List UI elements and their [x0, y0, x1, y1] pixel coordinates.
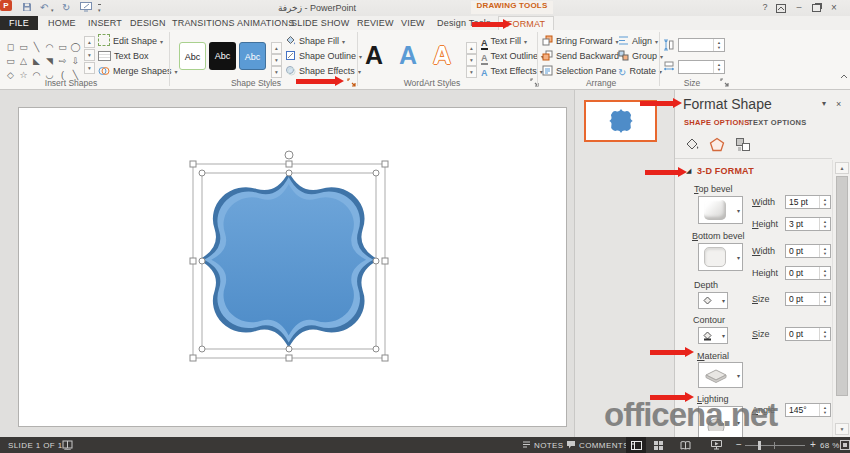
gallery-scroll-up-icon[interactable]: ▴: [84, 36, 95, 48]
selected-shape-with-handles[interactable]: [188, 148, 392, 364]
contour-size-field[interactable]: 0 pt▲▼: [785, 327, 831, 341]
selection-pane-button[interactable]: Selection Pane: [542, 64, 617, 78]
shape-style-thumbnail[interactable]: Abc: [179, 42, 206, 70]
slide-show-view-button[interactable]: [707, 437, 725, 453]
tab-transitions[interactable]: TRANSITIONS: [172, 16, 235, 30]
spinner-arrows-icon[interactable]: ▲▼: [819, 404, 830, 416]
powerpoint-app-icon[interactable]: P: [0, 0, 12, 11]
wordart-style-thumbnail[interactable]: A: [433, 40, 451, 70]
rotate-button[interactable]: ↻Rotate▾: [618, 64, 662, 78]
tab-view[interactable]: VIEW: [401, 16, 425, 30]
top-bevel-width-field[interactable]: 15 pt▲▼: [785, 195, 831, 209]
zoom-in-icon[interactable]: +: [810, 439, 816, 450]
lighting-angle-field[interactable]: 145°▲▼: [785, 403, 831, 417]
text-effects-button[interactable]: AText Effects▾: [481, 64, 543, 78]
bottom-bevel-width-field[interactable]: 0 pt▲▼: [785, 244, 831, 258]
qat-customize-icon[interactable]: ▾: [98, 4, 101, 16]
tab-design[interactable]: DESIGN: [130, 16, 166, 30]
slide-sorter-view-button[interactable]: [649, 437, 668, 453]
tab-review[interactable]: REVIEW: [357, 16, 394, 30]
top-bevel-button[interactable]: ▾: [698, 196, 743, 224]
undo-dropdown-icon[interactable]: ▾: [51, 5, 54, 16]
gallery-scroll-down-icon[interactable]: ▾: [466, 54, 477, 66]
tab-home[interactable]: HOME: [48, 16, 76, 30]
minimize-icon[interactable]: –: [792, 2, 806, 12]
redo-icon[interactable]: ↻: [62, 2, 70, 13]
shape-mini-icon[interactable]: ◇: [4, 70, 17, 80]
scroll-down-icon[interactable]: ▼: [835, 423, 849, 435]
reading-view-button[interactable]: [676, 437, 694, 453]
shape-outline-button[interactable]: Shape Outline▾: [285, 49, 362, 63]
restore-icon[interactable]: [809, 2, 823, 12]
pane-close-icon[interactable]: ×: [836, 99, 841, 109]
spinner-arrows-icon[interactable]: ▲▼: [819, 218, 830, 230]
normal-view-button[interactable]: [626, 437, 646, 453]
bottom-bevel-button[interactable]: ▾: [698, 243, 743, 271]
size-properties-icon[interactable]: [735, 137, 751, 152]
merge-shapes-button[interactable]: Merge Shapes▾: [98, 64, 178, 78]
bottom-bevel-height-field[interactable]: 0 pt▲▼: [785, 266, 831, 280]
tab-animations[interactable]: ANIMATIONS: [237, 16, 294, 30]
save-icon[interactable]: [22, 2, 32, 12]
close-icon[interactable]: ×: [827, 2, 841, 13]
depth-color-button[interactable]: ▾: [698, 292, 728, 309]
tab-text-options[interactable]: TEXT OPTIONS: [748, 118, 807, 127]
shape-style-thumbnail[interactable]: Abc: [209, 42, 236, 70]
zoom-out-icon[interactable]: −: [736, 439, 742, 450]
gallery-scroll-down-icon[interactable]: ▾: [84, 49, 95, 61]
spinner-arrows-icon[interactable]: ▲▼: [819, 196, 830, 208]
pane-scrollbar[interactable]: ▲ ▼: [832, 160, 850, 437]
spinner-arrows-icon[interactable]: ▲▼: [819, 267, 830, 279]
size-dialog-launcher[interactable]: [720, 78, 729, 87]
shape-width-field[interactable]: ▲▼: [678, 60, 725, 74]
gallery-scroll-down-icon[interactable]: ▾: [271, 54, 282, 66]
ornate-badge-shape[interactable]: [199, 172, 379, 348]
fit-slide-to-window-icon[interactable]: [840, 440, 850, 450]
scrollbar-thumb[interactable]: [836, 176, 848, 396]
undo-icon[interactable]: ↶: [40, 2, 48, 13]
gallery-scroll-up-icon[interactable]: ▴: [271, 42, 282, 54]
start-from-beginning-icon[interactable]: [80, 2, 92, 12]
tab-insert[interactable]: INSERT: [88, 16, 122, 30]
spinner-arrows-icon[interactable]: ▲▼: [819, 328, 830, 340]
send-backward-button[interactable]: Send Backward▾: [542, 49, 625, 63]
gallery-scroll-up-icon[interactable]: ▴: [466, 42, 477, 54]
shape-style-thumbnail-selected[interactable]: Abc: [239, 42, 266, 70]
help-icon[interactable]: ?: [758, 2, 772, 12]
edit-shape-button[interactable]: Edit Shape▾: [98, 34, 163, 48]
contour-color-button[interactable]: ▾: [698, 327, 728, 344]
group-button[interactable]: Group▾: [618, 49, 663, 63]
collapse-ribbon-icon[interactable]: [840, 74, 848, 79]
depth-size-field[interactable]: 0 pt▲▼: [785, 292, 831, 306]
shape-height-field[interactable]: ▲▼: [678, 38, 725, 52]
effects-icon-selected[interactable]: [709, 137, 725, 152]
spinner-arrows-icon[interactable]: ▲▼: [819, 245, 830, 257]
ribbon-display-options-icon[interactable]: [774, 2, 788, 13]
text-fill-button[interactable]: AText Fill▾: [481, 34, 527, 48]
shape-styles-dialog-launcher[interactable]: [347, 78, 356, 87]
spinner-arrows-icon[interactable]: ▲▼: [819, 293, 830, 305]
slide-indicator[interactable]: SLIDE 1 OF 1: [8, 441, 63, 450]
gallery-more-icon[interactable]: ▾: [466, 66, 477, 78]
shape-fill-button[interactable]: Shape Fill▾: [285, 34, 345, 48]
zoom-level[interactable]: 68 %: [820, 441, 840, 450]
wordart-style-thumbnail[interactable]: A: [399, 40, 417, 70]
tab-shape-options[interactable]: SHAPE OPTIONS: [684, 118, 750, 127]
bring-forward-button[interactable]: Bring Forward▾: [542, 34, 619, 48]
wordart-style-thumbnail[interactable]: A: [365, 40, 383, 70]
notes-toggle[interactable]: NOTES: [534, 441, 564, 450]
spinner-arrows-icon[interactable]: ▲▼: [713, 39, 724, 51]
spell-check-icon[interactable]: [62, 440, 73, 450]
zoom-slider-track[interactable]: [745, 445, 805, 446]
comments-toggle[interactable]: COMMENTS: [579, 441, 629, 450]
spinner-arrows-icon[interactable]: ▲▼: [713, 61, 724, 73]
gallery-more-icon[interactable]: ▾: [84, 62, 95, 74]
text-box-button[interactable]: Text Box: [98, 49, 149, 63]
tab-slide-show[interactable]: SLIDE SHOW: [291, 16, 350, 30]
zoom-slider-thumb[interactable]: [758, 441, 761, 450]
align-button[interactable]: Align▾: [618, 34, 658, 48]
gallery-more-icon[interactable]: ▾: [271, 66, 282, 78]
fill-and-line-icon[interactable]: [684, 137, 700, 152]
tab-file[interactable]: FILE: [0, 16, 38, 30]
pane-menu-icon[interactable]: ▾: [822, 99, 826, 108]
